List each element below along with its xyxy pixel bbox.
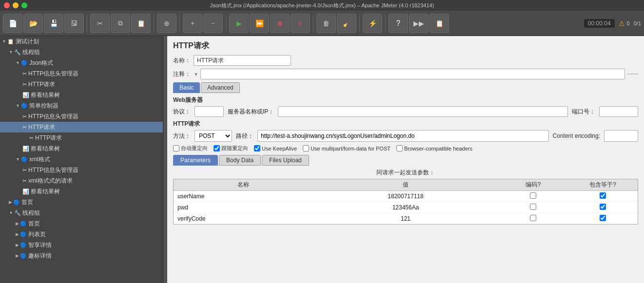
maximize-button[interactable] <box>21 2 27 8</box>
sidebar-item-home-page[interactable]: ▶ 🔵 首页 <box>0 197 163 208</box>
table-row: verifyCode 121 <box>174 213 638 225</box>
start-no-pauses-button[interactable]: ⏩ <box>250 14 269 33</box>
browser-headers-label[interactable]: Browser-compatible headers <box>396 145 472 151</box>
subtab-files-upload[interactable]: Files Upload <box>262 155 309 166</box>
encode-checkbox-2[interactable] <box>530 215 536 221</box>
sidebar-item-share-detail[interactable]: ▶ 🔵 智享详情 <box>0 240 163 250</box>
param-include-2 <box>568 213 638 225</box>
sidebar-item-http-request-1[interactable]: ✂ HTTP请求 <box>0 79 163 90</box>
method-select-wrapper[interactable]: POST GET PUT DELETE <box>195 130 232 142</box>
thread-group-icon: 🔧 <box>14 49 21 56</box>
tab-advanced[interactable]: Advanced <box>201 82 239 93</box>
sidebar-item-thread-group-2[interactable]: ▼ 🔧 线程组 <box>0 208 163 218</box>
sidebar-item-label: xml格式 <box>29 155 50 164</box>
subtab-parameters[interactable]: Parameters <box>173 155 218 166</box>
include-checkbox-1[interactable] <box>600 204 606 210</box>
browser-headers-checkbox[interactable] <box>396 145 403 151</box>
arrow-icon: ▼ <box>9 210 13 215</box>
sidebar-item-http-header-1[interactable]: ✂ HTTP信息头管理器 <box>0 68 163 79</box>
save-button[interactable]: 💾 <box>44 14 63 33</box>
multipart-checkbox[interactable] <box>303 145 309 151</box>
paste-button[interactable]: 📋 <box>131 14 151 33</box>
sidebar-item-view-tree-2[interactable]: 📊 察看结果树 <box>0 143 163 154</box>
stop-button[interactable]: ⏹ <box>270 14 290 33</box>
clear-button[interactable]: 🗑 <box>316 14 336 33</box>
sidebar-item-test-plan[interactable]: ▼ 📋 测试计划 <box>0 36 163 47</box>
resize-handle[interactable]: ⋮ <box>163 36 167 283</box>
toolbar: 📄 📂 💾 🖫 ✂ ⧉ 📋 ⊕ ＋ － ▶ ⏩ ⏹ ⏸ 🗑 🧹 ⚡ ? ▶▶ 📋… <box>0 11 644 36</box>
sidebar-item-simple-controller[interactable]: ▼ 🔵 简单控制器 <box>0 100 163 111</box>
url-input[interactable] <box>257 130 549 142</box>
collapse-comment-icon[interactable]: ~~~~ <box>627 72 638 77</box>
shutdown-button[interactable]: ⏸ <box>291 14 310 33</box>
param-include-0 <box>568 191 638 202</box>
minimize-button[interactable] <box>13 2 19 8</box>
auto-redirect-checkbox[interactable] <box>173 145 179 151</box>
sidebar-item-thread-group-1[interactable]: ▼ 🔧 线程组 <box>0 47 163 57</box>
sep1 <box>87 15 87 32</box>
remove-button[interactable]: － <box>203 14 223 33</box>
follow-redirect-checkbox[interactable] <box>214 145 220 151</box>
auto-redirect-text: 自动重定向 <box>181 145 208 152</box>
comment-input[interactable] <box>200 69 625 79</box>
sidebar-item-http-request-2b[interactable]: ✂ HTTP请求 <box>0 132 163 143</box>
help-button[interactable]: ? <box>389 14 408 33</box>
include-checkbox-2[interactable] <box>600 215 606 221</box>
clear-all-button[interactable]: 🧹 <box>337 14 356 33</box>
toggle-button[interactable]: ⚡ <box>363 14 382 33</box>
sidebar-item-label: 列表页 <box>28 230 46 239</box>
protocol-input[interactable] <box>195 106 224 117</box>
tab-basic[interactable]: Basic <box>173 82 200 93</box>
subtab-body-data[interactable]: Body Data <box>219 155 261 166</box>
sidebar-item-http-header-3[interactable]: ✂ HTTP信息头管理器 <box>0 165 163 175</box>
header-icon: ✂ <box>22 71 27 77</box>
server-input[interactable] <box>278 106 568 117</box>
sidebar-item-http-request-2[interactable]: ✂ HTTP请求 <box>0 122 163 132</box>
method-dropdown[interactable]: POST GET PUT DELETE <box>195 131 232 141</box>
encoding-input[interactable] <box>604 130 638 142</box>
open-button[interactable]: 📂 <box>23 14 43 33</box>
sidebar-item-label: xml格式式的请求 <box>28 177 73 185</box>
thread-group2-icon: 🔧 <box>14 210 21 216</box>
sidebar-item-desk-detail[interactable]: ▶ 🔵 趣标详情 <box>0 250 163 261</box>
sidebar-item-label: 首页 <box>21 198 33 207</box>
comment-row: 注释： ▼ ~~~~ <box>173 69 638 79</box>
param-value-2: 121 <box>313 213 499 225</box>
name-input[interactable] <box>194 55 291 66</box>
keep-alive-checkbox[interactable] <box>254 145 260 151</box>
expand-comment-icon[interactable]: ▼ <box>194 72 198 77</box>
auto-redirect-label[interactable]: 自动重定向 <box>173 145 208 152</box>
sep4 <box>226 15 226 32</box>
add-button[interactable]: ＋ <box>183 14 202 33</box>
multipart-label[interactable]: Use multipart/form-data for POST <box>303 145 390 151</box>
follow-redirect-label[interactable]: 跟随重定向 <box>214 145 248 152</box>
include-checkbox-0[interactable] <box>600 192 606 199</box>
sidebar-item-http-header-2[interactable]: ✂ HTTP信息头管理器 <box>0 111 163 122</box>
log-viewer-button[interactable]: 📋 <box>429 14 449 33</box>
encode-checkbox-1[interactable] <box>530 204 536 210</box>
encode-checkbox-0[interactable] <box>530 192 536 199</box>
keep-alive-label[interactable]: Use KeepAlive <box>254 145 297 151</box>
param-name-1: pwd <box>174 202 313 213</box>
name-label: 名称： <box>173 57 191 65</box>
sidebar-item-list-page[interactable]: ▶ 🔵 列表页 <box>0 229 163 240</box>
sep2 <box>154 15 154 32</box>
copy-button[interactable]: ⧉ <box>111 14 130 33</box>
sidebar-item-json-format[interactable]: ▼ 🔵 Json格式 <box>0 57 163 68</box>
sep3 <box>179 15 180 32</box>
close-button[interactable] <box>4 2 10 8</box>
sidebar-item-xml-request[interactable]: ✂ xml格式式的请求 <box>0 175 163 186</box>
expand-button[interactable]: ⊕ <box>157 14 176 33</box>
new-button[interactable]: 📄 <box>3 14 22 33</box>
param-value-0: 18200717118 <box>313 191 499 202</box>
sidebar-item-xml-format[interactable]: ▼ 🔵 xml格式 <box>0 154 163 165</box>
cut-button[interactable]: ✂ <box>90 14 110 33</box>
port-input[interactable] <box>599 106 638 117</box>
sidebar-item-label: HTTP信息头管理器 <box>28 70 78 78</box>
sidebar-item-view-tree-3[interactable]: 📊 察看结果树 <box>0 186 163 197</box>
run-button[interactable]: ▶ <box>229 14 249 33</box>
remote-start-button[interactable]: ▶▶ <box>409 14 429 33</box>
sidebar-item-view-tree-1[interactable]: 📊 察看结果树 <box>0 90 163 100</box>
saveas-button[interactable]: 🖫 <box>64 14 84 33</box>
sidebar-item-home-page-2[interactable]: ▶ 🔵 首页 <box>0 218 163 229</box>
